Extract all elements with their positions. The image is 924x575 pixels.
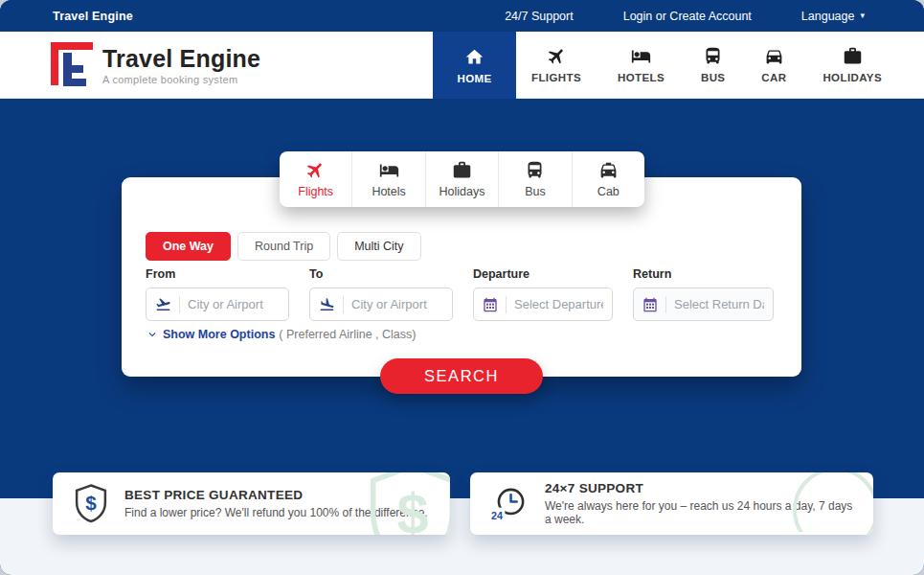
to-field-group: To (309, 267, 453, 321)
svg-text:$: $ (85, 492, 97, 514)
trip-round-trip-button[interactable]: Round Trip (237, 232, 330, 261)
flight-search-card: One Way Round Trip Multi City From To (122, 177, 801, 377)
topbar-brand: Travel Engine (53, 10, 133, 23)
tab-label: Flights (298, 185, 333, 198)
plane-icon (302, 156, 330, 185)
briefcase-icon (843, 46, 863, 66)
travel-engine-page: Travel Engine 24/7 Support Login or Crea… (0, 0, 924, 575)
caret-down-icon: ▾ (860, 12, 865, 20)
feature-text: BEST PRICE GUARANTEED Find a lower price… (124, 488, 428, 519)
logo[interactable]: Travel Engine A complete booking system (0, 32, 433, 99)
tab-flights[interactable]: Flights (280, 151, 352, 207)
calendar-icon (642, 297, 658, 312)
nav-item-car[interactable]: CAR (754, 46, 794, 83)
hero-section: Flights Hotels Holidays Bus Cab One Way (0, 99, 924, 498)
tab-cab[interactable]: Cab (573, 151, 644, 207)
departure-input-box[interactable] (473, 288, 613, 321)
clock-24-icon: 24 (489, 484, 530, 523)
logo-text: Travel Engine A complete booking system (102, 45, 260, 85)
booking-tabs: Flights Hotels Holidays Bus Cab (280, 151, 644, 207)
departure-label: Departure (473, 267, 613, 281)
return-label: Return (633, 267, 774, 281)
to-input[interactable] (351, 297, 443, 311)
svg-text:24: 24 (491, 510, 503, 521)
more-options-hint: ( Preferred Airline , Class) (279, 328, 416, 341)
nav-item-hotels[interactable]: HOTELS (610, 46, 672, 83)
plane-icon (542, 42, 571, 71)
feature-description: Find a lower price? We'll refund you 100… (124, 506, 428, 519)
flight-landing-icon (319, 296, 335, 312)
nav-label: HOME (457, 73, 491, 84)
trip-one-way-button[interactable]: One Way (146, 232, 231, 261)
feature-title: 24×7 SUPPORT (545, 481, 854, 495)
te-logo-mark-icon (50, 40, 95, 90)
nav-item-flights[interactable]: FLIGHTS (524, 46, 589, 83)
tab-label: Hotels (372, 185, 405, 198)
nav-label: BUS (701, 72, 725, 83)
topbar: Travel Engine 24/7 Support Login or Crea… (0, 0, 924, 32)
bed-icon (631, 46, 651, 66)
chevron-down-icon (146, 328, 159, 341)
feature-text: 24×7 SUPPORT We're always here for you –… (545, 481, 854, 526)
departure-date-input[interactable] (514, 297, 603, 311)
show-more-options-link: Show More Options (163, 328, 275, 341)
support-link[interactable]: 24/7 Support (505, 10, 574, 23)
return-field-group: Return (633, 267, 774, 321)
divider (665, 296, 666, 313)
tab-label: Holidays (439, 185, 485, 198)
shield-dollar-icon: $ (72, 483, 110, 524)
briefcase-icon (452, 160, 472, 180)
login-link[interactable]: Login or Create Account (623, 10, 752, 23)
nav-item-holidays[interactable]: HOLIDAYS (815, 46, 890, 83)
show-more-options[interactable]: Show More Options ( Preferred Airline , … (146, 328, 416, 341)
language-label: Language (801, 10, 855, 23)
search-button[interactable]: SEARCH (380, 358, 543, 394)
to-label: To (309, 267, 453, 281)
feature-title: BEST PRICE GUARANTEED (124, 488, 428, 502)
departure-field-group: Departure (473, 267, 613, 321)
tab-label: Bus (525, 185, 546, 198)
home-icon (464, 47, 485, 67)
nav-item-home[interactable]: HOME (433, 32, 516, 99)
from-input-box[interactable] (146, 288, 289, 321)
support-card: 24 24 24×7 SUPPORT We're always here for… (470, 472, 873, 535)
bed-icon (379, 160, 399, 180)
best-price-card: $ $ BEST PRICE GUARANTEED Find a lower p… (53, 472, 450, 535)
from-field-group: From (146, 267, 289, 321)
header: Travel Engine A complete booking system … (0, 32, 924, 99)
main-nav: FLIGHTS HOTELS BUS CAR HOLIDAYS (516, 32, 924, 99)
bus-icon (703, 46, 723, 66)
divider (179, 296, 180, 313)
trip-type-selector: One Way Round Trip Multi City (146, 232, 421, 261)
from-input[interactable] (188, 297, 280, 311)
return-input-box[interactable] (633, 288, 774, 321)
logo-tagline: A complete booking system (102, 74, 260, 85)
return-date-input[interactable] (674, 297, 764, 311)
nav-label: HOLIDAYS (823, 72, 882, 83)
taxi-icon (598, 160, 619, 180)
feature-description: We're always here for you – reach us 24 … (545, 499, 854, 526)
language-menu[interactable]: Language ▾ (801, 10, 865, 23)
calendar-icon (483, 297, 498, 312)
to-input-box[interactable] (309, 288, 453, 321)
bus-icon (525, 160, 545, 180)
nav-label: FLIGHTS (531, 72, 581, 83)
nav-item-bus[interactable]: BUS (693, 46, 732, 83)
divider (343, 296, 344, 313)
divider (506, 296, 507, 313)
trip-multi-city-button[interactable]: Multi City (337, 232, 420, 261)
tab-label: Cab (597, 185, 620, 198)
search-fields: From To Departure (146, 267, 774, 321)
tab-bus[interactable]: Bus (499, 151, 572, 207)
tab-hotels[interactable]: Hotels (352, 151, 425, 207)
car-icon (764, 46, 784, 66)
logo-title: Travel Engine (102, 45, 260, 73)
tab-holidays[interactable]: Holidays (426, 151, 499, 207)
nav-label: CAR (761, 72, 786, 83)
from-label: From (146, 267, 289, 281)
flight-takeoff-icon (155, 296, 171, 312)
nav-label: HOTELS (618, 72, 665, 83)
topbar-links: 24/7 Support Login or Create Account Lan… (505, 10, 865, 23)
